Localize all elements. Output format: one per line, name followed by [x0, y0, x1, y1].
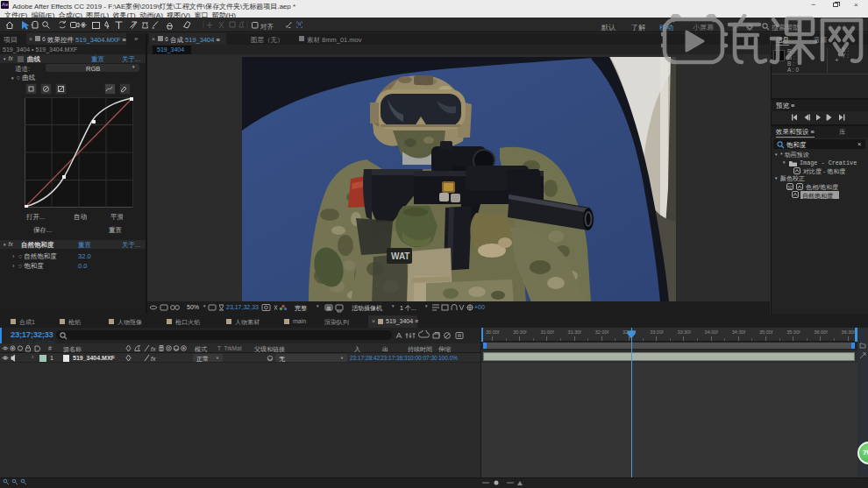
svg-text:fx: fx — [151, 346, 156, 352]
svg-text:fx: fx — [151, 356, 156, 362]
svg-text:32: 32 — [787, 185, 793, 190]
